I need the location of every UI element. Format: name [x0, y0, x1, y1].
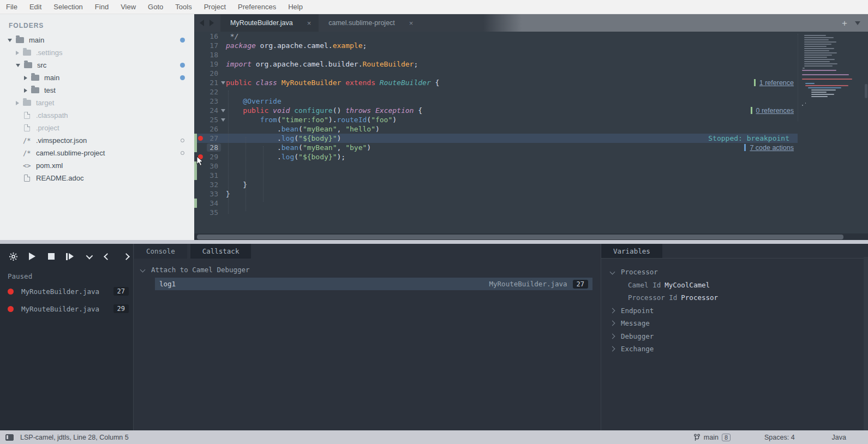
- minimap-line: [804, 50, 829, 51]
- tab-myroutebuilder-java[interactable]: MyRouteBuilder.java×: [220, 14, 319, 32]
- menu-item-view[interactable]: View: [115, 0, 142, 14]
- tab-scroll-left-icon[interactable]: [200, 20, 204, 26]
- code-line-28[interactable]: 28 .bean("myBean", "bye")7 code actions: [194, 143, 868, 152]
- code-line-20[interactable]: 20: [194, 69, 868, 78]
- tab-variables[interactable]: Variables: [601, 244, 662, 258]
- code-line-27[interactable]: 27 .log("${body}")Stopped: breakpoint: [194, 134, 868, 143]
- code-line-18[interactable]: 18: [194, 50, 868, 59]
- chevron-down-icon[interactable]: [16, 64, 20, 67]
- menu-item-goto[interactable]: Goto: [142, 0, 169, 14]
- code-line-31[interactable]: 31: [194, 171, 868, 180]
- chevron-right-icon[interactable]: [610, 321, 615, 326]
- code-line-24[interactable]: 24 public void configure() throws Except…: [194, 106, 868, 115]
- horizontal-scrollbar[interactable]: [197, 235, 843, 239]
- code-line-35[interactable]: 35: [194, 208, 868, 217]
- code-line-22[interactable]: 22: [194, 87, 868, 97]
- code-line-34[interactable]: 34: [194, 199, 868, 208]
- variable-row[interactable]: Camel IdMyCoolCamel: [601, 279, 868, 292]
- sidebar-item-camel-sublime-project[interactable]: /*camel.sublime-project: [0, 147, 194, 159]
- stop-icon[interactable]: [44, 250, 58, 263]
- code-line-21[interactable]: 21public class MyRouteBuilder extends Ro…: [194, 78, 868, 87]
- panel-switcher-icon[interactable]: [5, 434, 14, 441]
- tab-scroll-right-icon[interactable]: [209, 20, 214, 26]
- code-line-19[interactable]: 19import org.apache.camel.builder.RouteB…: [194, 59, 868, 69]
- code-line-30[interactable]: 30: [194, 161, 868, 171]
- chevron-right-icon[interactable]: [119, 250, 133, 263]
- variable-group-endpoint[interactable]: Endpoint: [601, 304, 868, 317]
- chevron-right-icon[interactable]: [16, 51, 19, 55]
- chevron-right-icon[interactable]: [610, 308, 615, 313]
- menu-item-project[interactable]: Project: [198, 0, 232, 14]
- sidebar-item--project[interactable]: .project: [0, 122, 194, 134]
- code-line-23[interactable]: 23 @Override: [194, 97, 868, 106]
- code-line-16[interactable]: 16 */: [194, 32, 868, 41]
- tab-console[interactable]: Console: [134, 244, 187, 259]
- sidebar-item--classpath[interactable]: .classpath: [0, 109, 194, 122]
- chevron-right-icon[interactable]: [24, 76, 27, 80]
- breakpoint-row[interactable]: MyRouteBuilder.java29: [8, 302, 129, 315]
- menu-item-selection[interactable]: Selection: [47, 0, 88, 14]
- menu-item-preferences[interactable]: Preferences: [232, 0, 282, 14]
- sidebar-item-main[interactable]: main: [0, 34, 194, 46]
- code-line-17[interactable]: 17package org.apache.camel.example;: [194, 41, 868, 50]
- thread-row[interactable]: Attach to Camel Debugger: [141, 266, 600, 274]
- chevron-left-icon[interactable]: [100, 250, 114, 263]
- annotation-link[interactable]: 0 references: [756, 107, 794, 115]
- sidebar-item-src[interactable]: src: [0, 59, 194, 71]
- variable-group-message[interactable]: Message: [601, 317, 868, 330]
- menu-item-find[interactable]: Find: [89, 0, 115, 14]
- sidebar-item-test[interactable]: test: [0, 84, 194, 97]
- code-line-33[interactable]: 33}: [194, 189, 868, 199]
- variable-group-exchange[interactable]: Exchange: [601, 343, 868, 356]
- new-tab-icon[interactable]: +: [842, 19, 847, 28]
- chevron-right-icon[interactable]: [610, 346, 615, 352]
- tab-callstack[interactable]: Callstack: [190, 244, 252, 259]
- chevron-right-icon[interactable]: [16, 101, 19, 105]
- menu-item-file[interactable]: File: [0, 0, 23, 14]
- sidebar-item-readme-adoc[interactable]: README.adoc: [0, 172, 194, 184]
- chevron-right-icon[interactable]: [24, 88, 27, 93]
- vertical-scrollbar[interactable]: [865, 84, 867, 98]
- close-icon[interactable]: ×: [307, 19, 312, 27]
- chevron-right-icon[interactable]: [610, 333, 615, 339]
- minimap[interactable]: [798, 34, 861, 121]
- variable-group-debugger[interactable]: Debugger: [601, 330, 868, 343]
- menu-item-edit[interactable]: Edit: [23, 0, 47, 14]
- variable-row[interactable]: Processor IdProcessor: [601, 291, 868, 304]
- play-icon[interactable]: [25, 250, 39, 263]
- annotation-link[interactable]: 1 reference: [759, 79, 794, 87]
- code-line-29[interactable]: 29 .log("${body}");: [194, 152, 868, 161]
- menu-item-help[interactable]: Help: [282, 0, 309, 14]
- sidebar-item--vimspector-json[interactable]: /*.vimspector.json: [0, 134, 194, 147]
- git-branch-segment[interactable]: main 8: [693, 434, 731, 441]
- sidebar-item-target[interactable]: target: [0, 97, 194, 109]
- code-line-26[interactable]: 26 .bean("myBean", "hello"): [194, 124, 868, 134]
- breakpoint-dot[interactable]: [198, 136, 203, 141]
- code-editor[interactable]: 16 */17package org.apache.camel.example;…: [194, 32, 868, 233]
- step-over-icon[interactable]: [63, 250, 76, 263]
- panel-divider[interactable]: [0, 240, 868, 244]
- chevron-down-icon[interactable]: [8, 39, 12, 42]
- code-line-32[interactable]: 32 }: [194, 180, 868, 189]
- fold-arrow-icon[interactable]: [221, 118, 225, 122]
- fold-arrow-icon[interactable]: [221, 81, 225, 85]
- chevron-down-icon[interactable]: [610, 269, 615, 275]
- sidebar-item--settings[interactable]: .settings: [0, 46, 194, 59]
- code-line-25[interactable]: 25 from("timer:foo").routeId("foo"): [194, 115, 868, 124]
- sidebar-item-main[interactable]: main: [0, 71, 194, 84]
- gear-icon[interactable]: [7, 250, 20, 263]
- fold-arrow-icon[interactable]: [221, 109, 225, 112]
- tab-camel-sublime-project[interactable]: camel.sublime-project×: [319, 14, 421, 32]
- tab-overflow-icon[interactable]: [855, 21, 860, 25]
- chevron-down-icon[interactable]: [82, 250, 95, 263]
- close-icon[interactable]: ×: [409, 19, 414, 27]
- variables-scrollbar[interactable]: [864, 257, 868, 430]
- breakpoint-row[interactable]: MyRouteBuilder.java27: [8, 285, 129, 298]
- sidebar-item-pom-xml[interactable]: <>pom.xml: [0, 159, 194, 172]
- callstack-frame-row[interactable]: log1MyRouteBuilder.java27: [155, 278, 592, 290]
- indent-setting[interactable]: Spaces: 4: [764, 434, 795, 441]
- language-mode[interactable]: Java: [832, 434, 846, 441]
- variable-group-processor[interactable]: Processor: [601, 266, 868, 279]
- annotation-link[interactable]: 7 code actions: [750, 144, 794, 152]
- menu-item-tools[interactable]: Tools: [169, 0, 197, 14]
